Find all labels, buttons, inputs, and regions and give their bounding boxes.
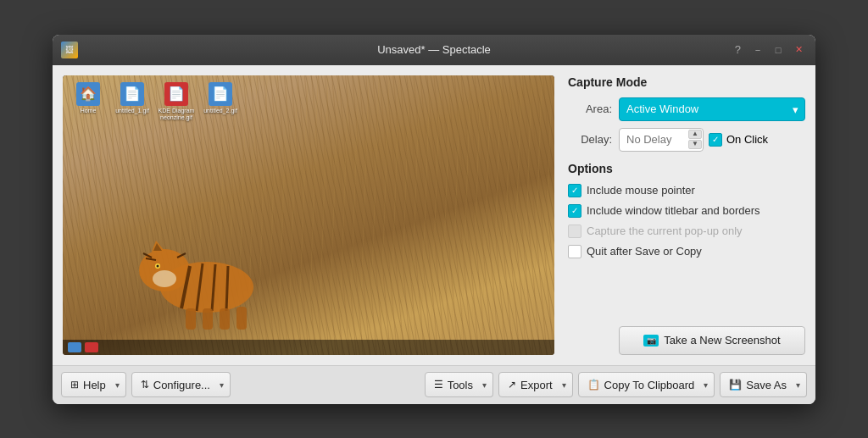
area-select-wrapper[interactable]: Active Window Full Screen Current Screen… xyxy=(619,97,805,121)
configure-button-group: ⇅ Configure... ▾ xyxy=(131,372,231,397)
configure-dropdown-arrow[interactable]: ▾ xyxy=(214,372,231,397)
window-title: Unsaved* — Spectacle xyxy=(377,43,491,56)
delay-decrement-button[interactable]: ▼ xyxy=(688,140,702,149)
desktop-icon-label: untitled_2.gif xyxy=(203,108,237,114)
save-icon: 💾 xyxy=(729,379,742,391)
svg-rect-14 xyxy=(186,308,196,330)
quit-label: Quit after Save or Copy xyxy=(587,245,702,258)
svg-rect-15 xyxy=(203,308,213,330)
quit-checkbox[interactable] xyxy=(568,245,581,258)
footer: ⊞ Help ▾ ⇅ Configure... ▾ ☰ Tools ▾ ↗ Ex… xyxy=(53,365,815,404)
take-screenshot-button[interactable]: 📷 Take a New Screenshot xyxy=(619,326,805,355)
maximize-button[interactable]: □ xyxy=(770,42,787,58)
capture-mode-title: Capture Mode xyxy=(568,75,805,89)
export-dropdown-arrow[interactable]: ▾ xyxy=(556,372,573,397)
tools-dropdown-arrow[interactable]: ▾ xyxy=(476,372,493,397)
window-controls: ? − □ ✕ xyxy=(735,42,807,58)
popup-label: Capture the current pop-up only xyxy=(587,225,743,237)
list-item: 📄 KDE Diagram neonzine.gif xyxy=(158,82,195,122)
on-click-checkbox[interactable]: ✓ xyxy=(709,133,722,147)
area-row: Area: Active Window Full Screen Current … xyxy=(568,97,805,121)
desktop-icon-img: 📄 xyxy=(120,82,144,106)
tools-button[interactable]: ☰ Tools xyxy=(425,372,482,397)
save-as-dropdown-arrow[interactable]: ▾ xyxy=(790,372,807,397)
tiger-silhouette xyxy=(114,169,283,338)
take-screenshot-label: Take a New Screenshot xyxy=(664,334,780,347)
svg-rect-17 xyxy=(236,307,247,330)
mouse-pointer-checkbox[interactable]: ✓ xyxy=(568,184,581,197)
taskbar-icon-red xyxy=(85,342,98,352)
configure-icon: ⇅ xyxy=(141,379,149,391)
area-label: Area: xyxy=(568,103,612,115)
preview-taskbar xyxy=(63,340,554,355)
options-section: Options ✓ Include mouse pointer ✓ Includ… xyxy=(568,162,805,258)
titlebar: 🖼 Unsaved* — Spectacle ? − □ ✕ xyxy=(53,35,815,65)
desktop-icon-label: Home xyxy=(81,108,97,114)
help-char[interactable]: ? xyxy=(735,43,741,56)
preview-desktop: 🏠 Home 📄 untitled_1.gif 📄 KDE Diagram ne… xyxy=(63,75,554,355)
tools-label: Tools xyxy=(448,379,473,391)
help-button-group: ⊞ Help ▾ xyxy=(61,372,126,397)
list-item: 📄 untitled_2.gif xyxy=(202,82,239,122)
popup-checkbox xyxy=(568,225,581,238)
export-button-group: ↗ Export ▾ xyxy=(498,372,573,397)
titlebar-checkbox[interactable]: ✓ xyxy=(568,204,581,218)
svg-line-5 xyxy=(226,266,228,311)
area-select[interactable]: Active Window Full Screen Current Screen… xyxy=(619,97,805,121)
main-content: 🏠 Home 📄 untitled_1.gif 📄 KDE Diagram ne… xyxy=(53,65,815,365)
svg-point-9 xyxy=(153,270,176,287)
help-dropdown-arrow[interactable]: ▾ xyxy=(109,372,126,397)
desktop-icon-img: 🏠 xyxy=(76,82,100,106)
desktop-icon-img: 📄 xyxy=(209,82,232,106)
export-icon: ↗ xyxy=(508,379,516,391)
taskbar-icon-blue xyxy=(68,342,81,352)
save-as-label: Save As xyxy=(746,379,787,391)
tiger-svg xyxy=(114,169,283,338)
delay-input-wrapper: ▲ ▼ xyxy=(619,128,704,152)
delay-spinner: ▲ ▼ xyxy=(688,130,702,149)
copy-clipboard-label: Copy To Clipboard xyxy=(604,379,695,391)
export-label: Export xyxy=(520,379,553,391)
desktop-icon-label: untitled_1.gif xyxy=(115,108,149,114)
help-icon: ⊞ xyxy=(70,379,79,391)
configure-label: Configure... xyxy=(153,379,210,391)
titlebar-option: ✓ Include window titlebar and borders xyxy=(568,204,805,218)
help-label: Help xyxy=(83,379,106,391)
copy-clipboard-button[interactable]: 📋 Copy To Clipboard xyxy=(578,372,704,397)
delay-row: Delay: ▲ ▼ ✓ On Click xyxy=(568,128,805,152)
titlebar-label: Include window titlebar and borders xyxy=(587,204,760,217)
clipboard-icon: 📋 xyxy=(587,379,600,391)
quit-option: Quit after Save or Copy xyxy=(568,245,805,258)
right-panel: Capture Mode Area: Active Window Full Sc… xyxy=(568,75,805,355)
minimize-button[interactable]: − xyxy=(749,42,766,58)
desktop-icon-img: 📄 xyxy=(164,82,188,106)
on-click-option: ✓ On Click xyxy=(709,133,768,147)
desktop-icon-label: KDE Diagram neonzine.gif xyxy=(158,108,195,122)
list-item: 📄 untitled_1.gif xyxy=(114,82,151,122)
svg-point-11 xyxy=(157,264,159,267)
svg-rect-16 xyxy=(220,308,230,330)
popup-option: Capture the current pop-up only xyxy=(568,225,805,238)
configure-button[interactable]: ⇅ Configure... xyxy=(131,372,220,397)
export-button[interactable]: ↗ Export xyxy=(498,372,562,397)
close-button[interactable]: ✕ xyxy=(790,42,807,58)
save-as-button-group: 💾 Save As ▾ xyxy=(720,372,807,397)
save-as-button[interactable]: 💾 Save As xyxy=(720,372,796,397)
copy-clipboard-dropdown-arrow[interactable]: ▾ xyxy=(698,372,715,397)
capture-mode-section: Capture Mode Area: Active Window Full Sc… xyxy=(568,75,805,152)
main-window: 🖼 Unsaved* — Spectacle ? − □ ✕ 🏠 Home xyxy=(53,35,815,404)
tools-icon: ☰ xyxy=(434,379,443,391)
delay-increment-button[interactable]: ▲ xyxy=(688,130,702,139)
help-button[interactable]: ⊞ Help xyxy=(61,372,115,397)
desktop-icons: 🏠 Home 📄 untitled_1.gif 📄 KDE Diagram ne… xyxy=(70,82,239,122)
screenshot-preview: 🏠 Home 📄 untitled_1.gif 📄 KDE Diagram ne… xyxy=(63,75,554,355)
camera-icon: 📷 xyxy=(643,335,659,347)
delay-label: Delay: xyxy=(568,133,612,146)
mouse-pointer-option: ✓ Include mouse pointer xyxy=(568,184,805,197)
on-click-label: On Click xyxy=(726,133,768,146)
delay-wrapper: ▲ ▼ ✓ On Click xyxy=(619,128,805,152)
options-title: Options xyxy=(568,162,805,175)
tools-button-group: ☰ Tools ▾ xyxy=(425,372,493,397)
mouse-pointer-label: Include mouse pointer xyxy=(587,184,695,197)
list-item: 🏠 Home xyxy=(70,82,107,122)
